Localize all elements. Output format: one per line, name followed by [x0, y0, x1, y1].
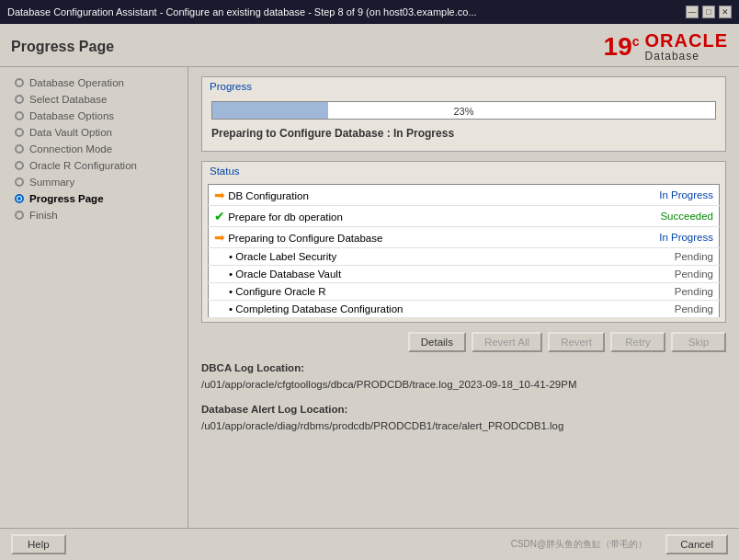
alert-log-path: /u01/app/oracle/diag/rdbms/prodcdb/PRODC…	[201, 420, 563, 431]
watermark-text: CSDN@胖头鱼的鱼缸（带毛的）	[511, 538, 648, 551]
arrow-icon: ➡	[214, 188, 225, 202]
dbca-log-path: /u01/app/oracle/cfgtoollogs/dbca/PRODCDB…	[201, 379, 577, 390]
table-row: • Configure Oracle R Pending	[209, 283, 720, 301]
retry-button[interactable]: Retry	[610, 332, 665, 352]
status-value: In Progress	[566, 227, 720, 248]
status-table: ➡ DB Configuration In Progress ✔ Prepare…	[208, 184, 720, 318]
cancel-button[interactable]: Cancel	[665, 534, 728, 554]
nav-item-database-options[interactable]: Database Options	[0, 108, 188, 124]
status-value: Pending	[566, 248, 720, 266]
status-value: Succeeded	[566, 206, 720, 227]
revert-all-button[interactable]: Revert All	[472, 332, 542, 352]
status-label: Preparing to Configure Database	[228, 233, 382, 244]
status-section: Status ➡ DB Configuration In Progress	[201, 161, 726, 323]
progress-bar-container: 23%	[211, 101, 716, 120]
status-value: Pending	[566, 301, 720, 318]
skip-button[interactable]: Skip	[671, 332, 726, 352]
close-button[interactable]: ✕	[719, 6, 732, 18]
status-value: In Progress	[566, 185, 720, 206]
window-title: Database Configuration Assistant - Confi…	[7, 6, 477, 17]
nav-item-summary[interactable]: Summary	[0, 174, 188, 190]
oracle-brand: ORACLE	[645, 31, 728, 50]
table-row: • Oracle Database Vault Pending	[209, 266, 720, 283]
bullet-icon: •	[229, 303, 233, 314]
nav-item-progress-page[interactable]: Progress Page	[0, 190, 188, 207]
nav-label: Select Database	[29, 94, 107, 105]
nav-label: Progress Page	[29, 193, 104, 204]
nav-label: Data Vault Option	[29, 127, 112, 138]
maximize-button[interactable]: □	[702, 6, 715, 18]
left-navigation: Database Operation Select Database Datab…	[0, 67, 188, 528]
nav-label: Database Operation	[29, 77, 124, 88]
status-label: DB Configuration	[228, 190, 309, 201]
nav-item-finish[interactable]: Finish	[0, 207, 188, 223]
table-row: ✔ Prepare for db operation Succeeded	[209, 206, 720, 227]
status-value: Pending	[566, 266, 720, 283]
status-label: Oracle Database Vault	[235, 269, 341, 280]
page-title: Progress Page	[11, 39, 114, 55]
action-buttons: Details Revert All Revert Retry Skip	[201, 332, 726, 352]
status-label: Completing Database Configuration	[235, 303, 403, 314]
bullet-icon: •	[229, 286, 233, 297]
dbca-log-label: DBCA Log Location:	[201, 362, 304, 373]
status-value: Pending	[566, 283, 720, 301]
nav-label: Connection Mode	[29, 143, 112, 154]
revert-button[interactable]: Revert	[548, 332, 605, 352]
table-row: ➡ DB Configuration In Progress	[209, 185, 720, 206]
alert-log-label: Database Alert Log Location:	[201, 404, 347, 415]
nav-item-database-operation[interactable]: Database Operation	[0, 74, 188, 91]
oracle-version: 19c	[604, 34, 640, 60]
nav-item-connection-mode[interactable]: Connection Mode	[0, 141, 188, 157]
status-label: Prepare for db operation	[228, 211, 343, 223]
table-row: • Oracle Label Security Pending	[209, 248, 720, 266]
oracle-subtext: Database	[645, 50, 699, 63]
nav-item-select-database[interactable]: Select Database	[0, 91, 188, 108]
progress-status-text: Preparing to Configure Database : In Pro…	[211, 125, 716, 142]
progress-section: Progress 23% Preparing to Configure Data…	[201, 76, 726, 152]
status-section-title: Status	[202, 162, 725, 180]
status-label: Oracle Label Security	[235, 251, 336, 262]
bullet-icon: •	[229, 269, 233, 280]
nav-label: Finish	[29, 210, 58, 221]
minimize-button[interactable]: —	[686, 6, 699, 18]
check-icon: ✔	[214, 209, 225, 223]
progress-percent: 23%	[212, 102, 715, 120]
nav-label: Summary	[29, 177, 74, 188]
main-content: Progress 23% Preparing to Configure Data…	[188, 67, 739, 528]
nav-label: Database Options	[29, 110, 114, 121]
bullet-icon: •	[229, 251, 233, 262]
table-row: • Completing Database Configuration Pend…	[209, 301, 720, 318]
nav-item-oracle-r-config[interactable]: Oracle R Configuration	[0, 157, 188, 174]
details-button[interactable]: Details	[408, 332, 466, 352]
bottom-bar: Help CSDN@胖头鱼的鱼缸（带毛的） Cancel	[0, 528, 739, 560]
arrow-icon: ➡	[214, 230, 225, 245]
nav-item-data-vault-option[interactable]: Data Vault Option	[0, 124, 188, 141]
log-section: DBCA Log Location: /u01/app/oracle/cfgto…	[201, 360, 726, 435]
oracle-logo: 19c ORACLE Database	[604, 31, 728, 63]
status-label: Configure Oracle R	[235, 286, 325, 297]
progress-section-title: Progress	[202, 77, 725, 96]
help-button[interactable]: Help	[11, 534, 66, 554]
nav-label: Oracle R Configuration	[29, 160, 137, 171]
table-row: ➡ Preparing to Configure Database In Pro…	[209, 227, 720, 248]
